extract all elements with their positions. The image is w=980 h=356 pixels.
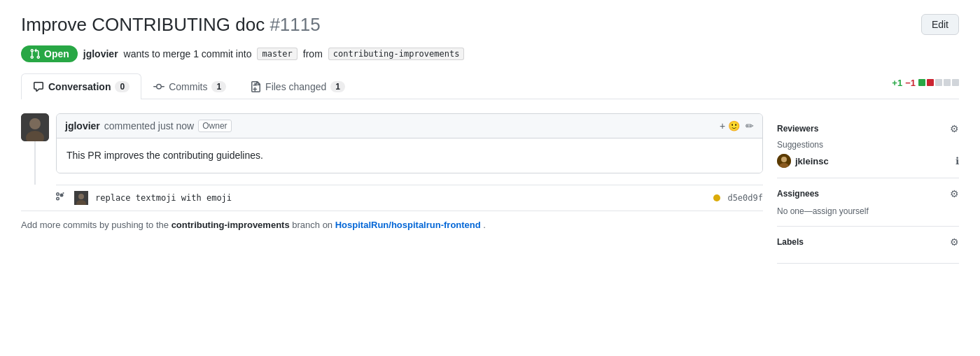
assignees-title: Assignees — [777, 189, 819, 199]
diff-bar-5 — [952, 79, 959, 86]
assignees-section: Assignees ⚙ No one—assign yourself — [777, 178, 959, 227]
labels-gear-icon[interactable]: ⚙ — [950, 236, 959, 248]
comment-body-text: This PR improves the contributing guidel… — [66, 148, 752, 163]
diff-icon — [250, 81, 261, 92]
labels-title: Labels — [777, 237, 804, 247]
tab-commits-count: 1 — [211, 81, 226, 92]
emoji-reaction-button[interactable]: + 🙂 — [720, 120, 740, 131]
reviewer-avatar-image — [777, 154, 791, 168]
status-row: Open jglovier wants to merge 1 commit in… — [21, 45, 959, 62]
edit-comment-button[interactable]: ✏ — [746, 120, 754, 131]
comment-meta: jglovier commented just now Owner — [65, 120, 232, 132]
open-badge: Open — [21, 45, 78, 62]
main-content: jglovier commented just now Owner + 🙂 ✏ — [21, 113, 763, 264]
pr-description: wants to merge 1 commit into — [124, 48, 252, 59]
footer-branch: contributing-improvements — [172, 220, 290, 230]
tab-commits[interactable]: Commits 1 — [141, 73, 238, 99]
owner-badge: Owner — [198, 120, 231, 132]
footer-note: Add more commits by pushing to the contr… — [21, 211, 763, 238]
labels-header: Labels ⚙ — [777, 236, 959, 248]
no-assignee-text[interactable]: No one—assign yourself — [777, 206, 869, 216]
tab-files-changed-count: 1 — [330, 81, 345, 92]
pr-author: jglovier — [83, 48, 118, 59]
comment-container: jglovier commented just now Owner + 🙂 ✏ — [56, 113, 763, 173]
tab-conversation-label: Conversation — [48, 81, 111, 92]
edit-button[interactable]: Edit — [921, 14, 959, 35]
reviewer-avatar — [777, 154, 791, 168]
main-layout: jglovier commented just now Owner + 🙂 ✏ — [21, 99, 959, 264]
commit-message[interactable]: replace textmoji with emoji — [95, 193, 706, 203]
svg-point-1 — [29, 118, 41, 129]
footer-text-after: . — [483, 220, 486, 230]
reviewers-section: Reviewers ⚙ Suggestions jkleinsc ℹ — [777, 113, 959, 178]
reviewer-name[interactable]: jkleinsc — [795, 156, 951, 166]
commit-avatar-image — [74, 191, 88, 205]
reviewer-row: jkleinsc ℹ — [777, 154, 959, 168]
pr-title: Improve CONTRIBUTING doc #1115 — [21, 14, 321, 36]
diff-bar — [918, 79, 959, 86]
commit-sha[interactable]: d5e0d9f — [727, 193, 763, 203]
comment-icon — [33, 81, 44, 92]
tab-files-changed[interactable]: Files changed 1 — [238, 73, 357, 99]
from-text: from — [303, 48, 323, 59]
comment-author[interactable]: jglovier — [65, 120, 100, 131]
labels-section: Labels ⚙ — [777, 227, 959, 264]
diff-bar-1 — [918, 79, 925, 86]
assignees-gear-icon[interactable]: ⚙ — [950, 188, 959, 199]
comment-time: commented just now — [104, 120, 194, 131]
diff-stats: +1 −1 — [892, 78, 959, 95]
footer-text-middle: branch on — [292, 220, 332, 230]
git-pull-request-icon — [29, 48, 41, 59]
commit-branch-icon — [56, 192, 67, 204]
commit-author-avatar — [74, 191, 88, 205]
suggestions-label: Suggestions — [777, 140, 959, 150]
sidebar: Reviewers ⚙ Suggestions jkleinsc ℹ Assi — [777, 113, 959, 264]
tab-conversation-count: 0 — [115, 81, 130, 92]
comment-header: jglovier commented just now Owner + 🙂 ✏ — [57, 114, 762, 138]
comment-body: This PR improves the contributing guidel… — [57, 138, 762, 173]
tab-files-changed-label: Files changed — [265, 81, 326, 92]
diff-bar-2 — [927, 79, 934, 86]
avatar — [21, 113, 49, 141]
reviewers-title: Reviewers — [777, 124, 818, 134]
reviewer-info-icon[interactable]: ℹ — [955, 155, 959, 166]
commit-row: replace textmoji with emoji d5e0d9f — [56, 185, 763, 211]
pr-header: Improve CONTRIBUTING doc #1115 Edit — [21, 14, 959, 36]
footer-repo-link[interactable]: HospitalRun/hospitalrun-frontend — [335, 220, 481, 230]
open-badge-label: Open — [44, 48, 69, 59]
diff-additions: +1 — [892, 78, 902, 88]
footer-text-before: Add more commits by pushing to the — [21, 220, 169, 230]
assignees-header: Assignees ⚙ — [777, 188, 959, 199]
comment-wrapper: jglovier commented just now Owner + 🙂 ✏ — [21, 113, 763, 173]
diff-bar-3 — [935, 79, 942, 86]
diff-deletions: −1 — [905, 78, 916, 88]
target-branch[interactable]: master — [257, 48, 297, 60]
commit-status-dot — [713, 194, 720, 201]
svg-point-7 — [781, 157, 787, 162]
commit-icon — [153, 81, 164, 92]
svg-point-4 — [78, 194, 84, 199]
pr-number: #1115 — [270, 14, 320, 35]
diff-bar-4 — [944, 79, 951, 86]
source-branch[interactable]: contributing-improvements — [328, 48, 465, 60]
comment-actions: + 🙂 ✏ — [720, 120, 754, 131]
pr-title-text: Improve CONTRIBUTING doc — [21, 14, 265, 35]
tab-commits-label: Commits — [169, 81, 207, 92]
reviewers-gear-icon[interactable]: ⚙ — [950, 123, 959, 134]
tabs-row: Conversation 0 Commits 1 Files changed 1… — [21, 73, 959, 99]
reviewers-header: Reviewers ⚙ — [777, 123, 959, 134]
avatar-image — [21, 113, 49, 141]
tab-conversation[interactable]: Conversation 0 — [21, 73, 141, 99]
comment-box: jglovier commented just now Owner + 🙂 ✏ — [56, 113, 763, 173]
